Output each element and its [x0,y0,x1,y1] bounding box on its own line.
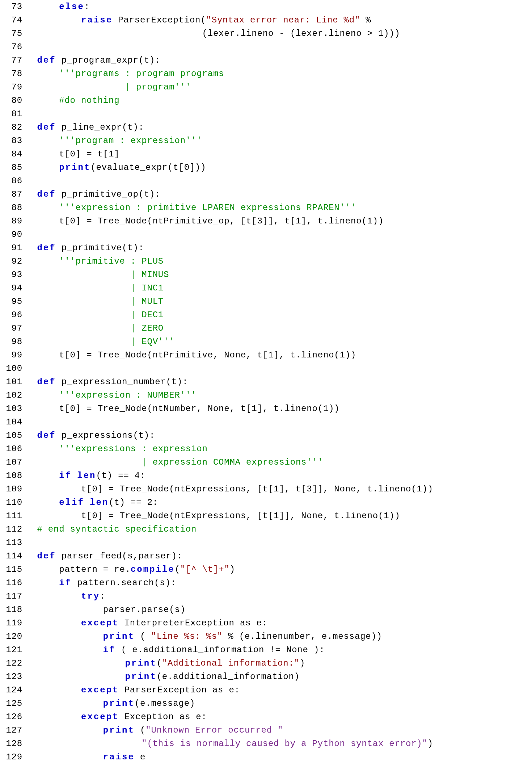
code-line: 103 t[0] = Tree_Node(ntNumber, None, t[1… [0,402,532,415]
code-line: 116 if pattern.search(s): [0,576,532,590]
line-number: 76 [0,40,26,54]
line-number: 81 [0,107,26,121]
code-content: '''program : expression''' [26,134,202,147]
line-number: 97 [0,322,26,335]
code-line: 105 def p_expressions(t): [0,429,532,442]
code-content: pattern = re.compile("[^ \t]+") [26,563,235,576]
code-content: if ( e.additional_information != None ): [26,643,325,657]
line-number: 103 [0,402,26,415]
code-content: print ( "Line %s: %s" % (e.linenumber, e… [26,630,382,643]
code-line: 84 t[0] = t[1] [0,147,532,161]
code-content: except InterpreterException as e: [26,616,267,630]
code-line: 110 elif len(t) == 2: [0,496,532,509]
code-listing: 73 else:74 raise ParserException("Syntax… [0,0,532,763]
code-line: 128 "(this is normally caused by a Pytho… [0,737,532,750]
code-content: except Exception as e: [26,710,207,724]
line-number: 115 [0,563,26,576]
line-number: 104 [0,415,26,429]
code-content: print(e.message) [26,697,195,710]
code-line: 94 | INC1 [0,281,532,295]
code-content: print("Additional information:") [26,657,305,670]
code-content: print ("Unknown Error occurred " [26,724,283,737]
line-number: 117 [0,590,26,603]
code-content: '''primitive : PLUS [26,255,164,268]
line-number: 109 [0,482,26,496]
line-number: 102 [0,389,26,402]
line-number: 93 [0,268,26,281]
line-number: 82 [0,121,26,134]
code-line: 100 [0,362,532,375]
code-line: 93 | MINUS [0,268,532,281]
code-line: 117 try: [0,590,532,603]
line-number: 88 [0,201,26,214]
code-line: 124 except ParserException as e: [0,683,532,697]
line-number: 108 [0,469,26,482]
code-content: | expression COMMA expressions''' [26,456,323,469]
code-content: | program''' [26,80,191,94]
code-content: # end syntactic specification [26,523,197,536]
line-number: 80 [0,94,26,107]
line-number: 122 [0,657,26,670]
line-number: 112 [0,523,26,536]
code-line: 86 [0,174,532,188]
code-line: 114 def parser_feed(s,parser): [0,549,532,563]
code-content: (lexer.lineno - (lexer.lineno > 1))) [26,27,400,40]
code-line: 97 | ZERO [0,322,532,335]
code-line: 121 if ( e.additional_information != Non… [0,643,532,657]
code-content: print(e.additional_information) [26,670,300,683]
code-content: def p_line_expr(t): [26,121,144,134]
code-line: 73 else: [0,0,532,13]
code-content: #do nothing [26,94,119,107]
code-content: t[0] = Tree_Node(ntPrimitive, None, t[1]… [26,348,356,362]
code-content: | DEC1 [26,308,164,322]
line-number: 127 [0,724,26,737]
code-content: print(evaluate_expr(t[0])) [26,161,206,174]
code-line: 123 print(e.additional_information) [0,670,532,683]
code-line: 120 print ( "Line %s: %s" % (e.linenumbe… [0,630,532,643]
code-content: def p_primitive_op(t): [26,188,160,201]
code-line: 79 | program''' [0,80,532,94]
code-content: "(this is normally caused by a Python sy… [26,737,433,750]
code-line: 89 t[0] = Tree_Node(ntPrimitive_op, [t[3… [0,214,532,228]
code-line: 108 if len(t) == 4: [0,469,532,482]
code-line: 104 [0,415,532,429]
code-content: | MULT [26,295,164,308]
line-number: 128 [0,737,26,750]
line-number: 84 [0,147,26,161]
code-line: 78 '''programs : program programs [0,67,532,80]
code-line: 80 #do nothing [0,94,532,107]
code-content: '''expression : primitive LPAREN express… [26,201,356,214]
code-line: 122 print("Additional information:") [0,657,532,670]
line-number: 73 [0,0,26,13]
code-content: t[0] = Tree_Node(ntExpressions, [t[1]], … [26,509,400,523]
line-number: 105 [0,429,26,442]
line-number: 74 [0,13,26,27]
code-line: 95 | MULT [0,295,532,308]
code-line: 90 [0,228,532,241]
line-number: 100 [0,362,26,375]
code-line: 87 def p_primitive_op(t): [0,188,532,201]
code-content: raise ParserException("Syntax error near… [26,13,371,27]
code-content: | ZERO [26,322,164,335]
code-line: 85 print(evaluate_expr(t[0])) [0,161,532,174]
code-line: 101 def p_expression_number(t): [0,375,532,389]
code-line: 126 except Exception as e: [0,710,532,724]
line-number: 85 [0,161,26,174]
code-content: def p_program_expr(t): [26,54,160,67]
code-content: raise e [26,750,145,763]
line-number: 107 [0,456,26,469]
code-line: 129 raise e [0,750,532,763]
code-content: elif len(t) == 2: [26,496,158,509]
line-number: 111 [0,509,26,523]
code-line: 107 | expression COMMA expressions''' [0,456,532,469]
code-line: 125 print(e.message) [0,697,532,710]
code-content: def p_expression_number(t): [26,375,188,389]
code-content: | MINUS [26,268,169,281]
line-number: 77 [0,54,26,67]
code-line: 76 [0,40,532,54]
code-line: 106 '''expressions : expression [0,442,532,456]
code-line: 118 parser.parse(s) [0,603,532,616]
line-number: 113 [0,536,26,549]
code-line: 113 [0,536,532,549]
line-number: 75 [0,27,26,40]
